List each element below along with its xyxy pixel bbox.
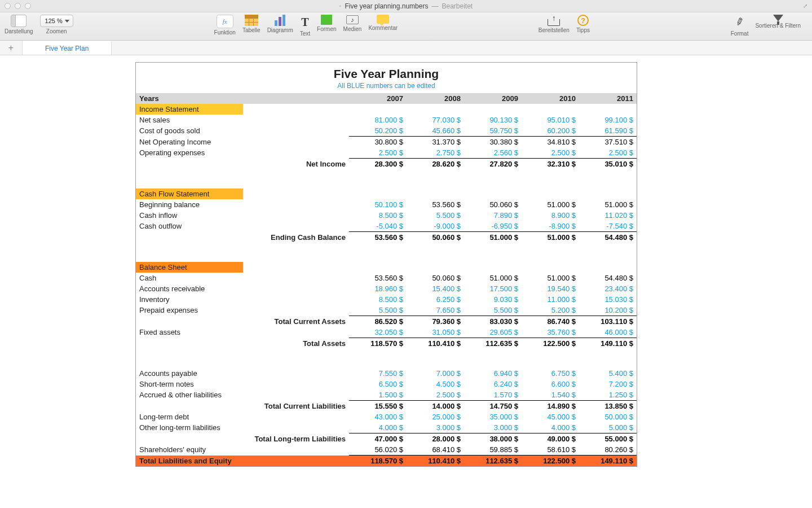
cell[interactable]: 53.560 $ [349, 273, 407, 283]
cell[interactable]: 17.500 $ [464, 283, 522, 294]
cell[interactable]: 79.360 $ [407, 316, 464, 327]
cell[interactable]: 2.500 $ [522, 147, 579, 159]
cell[interactable]: 4.000 $ [349, 422, 407, 433]
cash-header-row[interactable]: Cash Flow Statement [136, 189, 637, 199]
cell[interactable]: 32.050 $ [349, 327, 407, 338]
cell[interactable]: 51.000 $ [522, 199, 579, 210]
cell[interactable]: 29.605 $ [464, 327, 522, 338]
cell[interactable]: 5.500 $ [349, 305, 407, 316]
cell[interactable]: 99.100 $ [579, 115, 637, 125]
row-ar[interactable]: Accounts receivable 18.960 $ 15.400 $ 17… [136, 283, 637, 294]
cell[interactable]: 38.000 $ [464, 433, 522, 445]
sheet-tab-1[interactable]: Five Year Plan [23, 41, 112, 55]
zoom-tool[interactable]: 125 % Zoomen [40, 15, 73, 34]
close-window-button[interactable] [5, 3, 11, 9]
cell[interactable]: 51.000 $ [464, 273, 522, 283]
cell[interactable]: -9.000 $ [407, 221, 464, 232]
format-tool[interactable]: Format [731, 15, 749, 37]
cell[interactable]: 28.620 $ [407, 159, 464, 170]
cell[interactable]: 51.000 $ [579, 199, 637, 210]
cell[interactable]: 13.850 $ [579, 401, 637, 412]
cell[interactable]: 47.000 $ [349, 433, 407, 445]
cell[interactable]: 149.110 $ [579, 338, 637, 349]
cell[interactable]: 14.000 $ [407, 401, 464, 412]
cell[interactable]: 50.200 $ [349, 125, 407, 137]
cell[interactable]: 103.110 $ [579, 316, 637, 327]
comment-tool[interactable]: Kommentar [368, 15, 398, 31]
cell[interactable]: 1.570 $ [464, 389, 522, 401]
cell[interactable]: -6.950 $ [464, 221, 522, 232]
row-cogs[interactable]: Cost of goods sold 50.200 $ 45.660 $ 59.… [136, 125, 637, 137]
cell[interactable]: 4.500 $ [407, 379, 464, 389]
cell[interactable]: 28.300 $ [349, 159, 407, 170]
cell[interactable]: 2.560 $ [464, 147, 522, 159]
cell[interactable]: 14.750 $ [464, 401, 522, 412]
row-cash[interactable]: Cash 53.560 $ 50.060 $ 51.000 $ 51.000 $… [136, 273, 637, 283]
cell[interactable]: 11.000 $ [522, 294, 579, 305]
cell[interactable]: 53.560 $ [407, 199, 464, 210]
sort-filter-tool[interactable]: Sortieren & Filtern [755, 15, 801, 29]
row-net-sales[interactable]: Net sales 81.000 $ 77.030 $ 90.130 $ 95.… [136, 115, 637, 125]
cell[interactable]: 28.000 $ [407, 433, 464, 445]
tips-tool[interactable]: ? Tipps [576, 15, 590, 33]
cell[interactable]: 149.110 $ [579, 456, 637, 467]
cell[interactable]: 5.000 $ [579, 422, 637, 433]
cell[interactable]: 34.810 $ [522, 137, 579, 148]
cell[interactable]: 51.000 $ [522, 232, 579, 243]
cell[interactable]: 6.500 $ [349, 379, 407, 389]
cell[interactable]: 19.540 $ [522, 283, 579, 294]
cell[interactable]: 110.410 $ [407, 456, 464, 467]
cell[interactable]: 50.060 $ [407, 232, 464, 243]
row-cash-in[interactable]: Cash inflow 8.500 $ 5.500 $ 7.890 $ 8.90… [136, 210, 637, 221]
cell[interactable]: 32.310 $ [522, 159, 579, 170]
cell[interactable]: 81.000 $ [349, 115, 407, 125]
cell[interactable]: 83.030 $ [464, 316, 522, 327]
zoom-window-button[interactable] [25, 3, 31, 9]
cell[interactable]: 59.750 $ [464, 125, 522, 137]
cell[interactable]: 45.660 $ [407, 125, 464, 137]
cell[interactable]: 18.960 $ [349, 283, 407, 294]
cell[interactable]: 56.020 $ [349, 444, 407, 456]
canvas[interactable]: Five Year Planning All BLUE numbers can … [0, 55, 812, 467]
cell[interactable]: 2.500 $ [349, 147, 407, 159]
cell[interactable]: 2.750 $ [407, 147, 464, 159]
cell[interactable]: 7.000 $ [407, 368, 464, 379]
cell[interactable]: 30.800 $ [349, 137, 407, 148]
row-prepaid[interactable]: Prepaid expenses 5.500 $ 7.650 $ 5.500 $… [136, 305, 637, 316]
cell[interactable]: 5.500 $ [407, 210, 464, 221]
cell[interactable]: -8.900 $ [522, 221, 579, 232]
cell[interactable]: 86.520 $ [349, 316, 407, 327]
row-se[interactable]: Shareholders' equity 56.020 $ 68.410 $ 5… [136, 444, 637, 456]
cell[interactable]: 15.030 $ [579, 294, 637, 305]
cell[interactable]: 3.000 $ [407, 422, 464, 433]
function-tool[interactable]: fx Funktion [214, 15, 236, 36]
cell[interactable]: 1.250 $ [579, 389, 637, 401]
cell[interactable]: 2.500 $ [579, 147, 637, 159]
cell[interactable]: 31.370 $ [407, 137, 464, 148]
row-stn[interactable]: Short-term notes 6.500 $ 4.500 $ 6.240 $… [136, 379, 637, 389]
cell[interactable]: 59.885 $ [464, 444, 522, 456]
cell[interactable]: 8.500 $ [349, 294, 407, 305]
income-header-row[interactable]: Income Statement [136, 104, 637, 115]
cell[interactable]: 23.400 $ [579, 283, 637, 294]
cell[interactable]: 77.030 $ [407, 115, 464, 125]
row-tcl[interactable]: Total Current Liabilities 15.550 $ 14.00… [136, 401, 637, 412]
cell[interactable]: 49.000 $ [522, 433, 579, 445]
cell[interactable]: 1.540 $ [522, 389, 579, 401]
row-ltd[interactable]: Long-term debt 43.000 $ 25.000 $ 35.000 … [136, 411, 637, 422]
data-table[interactable]: Years 2007 2008 2009 2010 2011 Income St… [136, 93, 637, 466]
cell[interactable]: 90.130 $ [464, 115, 522, 125]
cell[interactable]: 50.100 $ [349, 199, 407, 210]
cell[interactable]: 8.500 $ [349, 210, 407, 221]
year-col-2[interactable]: 2009 [464, 93, 522, 104]
cell[interactable]: 53.560 $ [349, 232, 407, 243]
cell[interactable]: 7.550 $ [349, 368, 407, 379]
cell[interactable]: 6.240 $ [464, 379, 522, 389]
cell[interactable]: 5.400 $ [579, 368, 637, 379]
year-col-1[interactable]: 2008 [407, 93, 464, 104]
cell[interactable]: 3.000 $ [464, 422, 522, 433]
cell[interactable]: 15.550 $ [349, 401, 407, 412]
cell[interactable]: 54.480 $ [579, 273, 637, 283]
row-accr[interactable]: Accrued & other liabilities 1.500 $ 2.50… [136, 389, 637, 401]
cell[interactable]: 61.590 $ [579, 125, 637, 137]
